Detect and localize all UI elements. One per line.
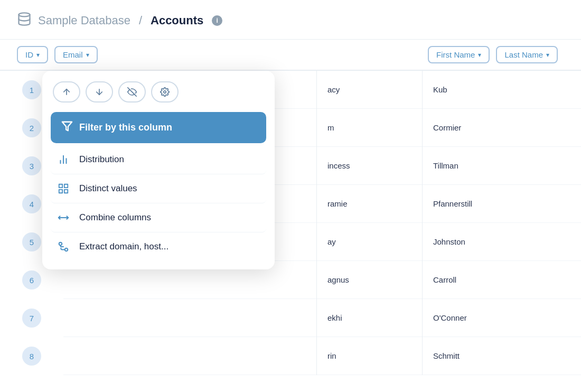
col-header-id[interactable]: ID ▾ [17, 46, 48, 63]
extract-domain-label: Extract domain, host... [79, 241, 168, 252]
breadcrumb-separator: / [139, 14, 142, 27]
breadcrumb-parent: Sample Database [38, 14, 130, 27]
hide-column-button[interactable] [118, 81, 146, 102]
lastname-cell-4: Pfannerstill [423, 185, 581, 223]
firstname-cell-4: ramie [317, 185, 422, 223]
svg-rect-12 [64, 190, 68, 193]
svg-rect-11 [59, 190, 62, 193]
lastname-cell-7: O'Conner [423, 299, 581, 337]
col-firstname-label: First Name [436, 50, 475, 59]
col-firstname-chevron: ▾ [478, 51, 481, 59]
column-context-menu: Filter by this column Distribution [42, 71, 275, 269]
col-email-label: Email [63, 50, 83, 59]
lastname-cell-8: Schmitt [423, 337, 581, 375]
combine-columns-menu-item[interactable]: Combine columns [51, 203, 266, 232]
page-header: Sample Database / Accounts i [0, 0, 581, 40]
distribution-label: Distribution [79, 154, 124, 165]
col-lastname-chevron: ▾ [546, 51, 549, 59]
distinct-values-menu-item[interactable]: Distinct values [51, 174, 266, 203]
sort-desc-button[interactable] [86, 81, 113, 102]
svg-rect-9 [59, 184, 62, 188]
col-id-chevron: ▾ [36, 51, 40, 59]
col-header-email[interactable]: Email ▾ [54, 46, 98, 63]
firstname-cell-7: ekhi [317, 299, 422, 337]
lastname-column: Kub Cormier Tillman Pfannerstill Johnsto… [423, 71, 581, 375]
col-lastname-label: Last Name [504, 50, 543, 59]
lastname-cell-5: Johnston [423, 223, 581, 261]
filter-by-column-button[interactable]: Filter by this column [51, 112, 266, 143]
combine-columns-label: Combine columns [79, 212, 151, 223]
filter-icon [61, 120, 73, 135]
firstname-cell-2: m [317, 109, 422, 147]
distribution-menu-item[interactable]: Distribution [51, 145, 266, 174]
row-num-7: 7 [13, 299, 51, 337]
email-cell-8 [63, 337, 316, 375]
lastname-cell-3: Tillman [423, 147, 581, 185]
col-header-firstname[interactable]: First Name ▾ [428, 46, 490, 63]
distinct-values-label: Distinct values [79, 183, 137, 194]
lastname-cell-2: Cormier [423, 109, 581, 147]
col-email-chevron: ▾ [86, 51, 89, 59]
extract-domain-icon [56, 241, 71, 253]
firstname-cell-5: ay [317, 223, 422, 261]
lastname-cell-1: Kub [423, 71, 581, 109]
svg-rect-10 [64, 184, 68, 188]
distribution-icon [56, 154, 71, 165]
breadcrumb-current: Accounts [151, 14, 203, 27]
svg-point-4 [164, 91, 166, 94]
row-num-8: 8 [13, 337, 51, 375]
col-id-label: ID [25, 50, 33, 59]
sort-asc-button[interactable] [53, 81, 80, 102]
extract-domain-menu-item[interactable]: Extract domain, host... [51, 232, 266, 261]
firstname-cell-3: incess [317, 147, 422, 185]
filter-button-label: Filter by this column [79, 122, 172, 133]
firstname-cell-6: agnus [317, 261, 422, 299]
info-icon[interactable]: i [212, 15, 222, 26]
firstname-cell-8: rin [317, 337, 422, 375]
database-icon [17, 12, 32, 30]
combine-columns-icon [56, 212, 71, 223]
table-area: 1 2 3 4 5 6 7 8 acy m incess ramie ay ag… [0, 71, 581, 375]
action-icons-row [51, 81, 266, 102]
column-headers-bar: ID ▾ Email ▾ First Name ▾ Last Name ▾ [0, 40, 581, 71]
col-header-lastname[interactable]: Last Name ▾ [496, 46, 558, 63]
svg-point-0 [19, 13, 30, 16]
firstname-column: acy m incess ramie ay agnus ekhi rin [317, 71, 423, 375]
lastname-cell-6: Carroll [423, 261, 581, 299]
firstname-cell-1: acy [317, 71, 422, 109]
email-cell-7 [63, 299, 316, 337]
settings-button[interactable] [151, 81, 179, 102]
svg-marker-5 [62, 122, 72, 131]
distinct-values-icon [56, 183, 71, 194]
